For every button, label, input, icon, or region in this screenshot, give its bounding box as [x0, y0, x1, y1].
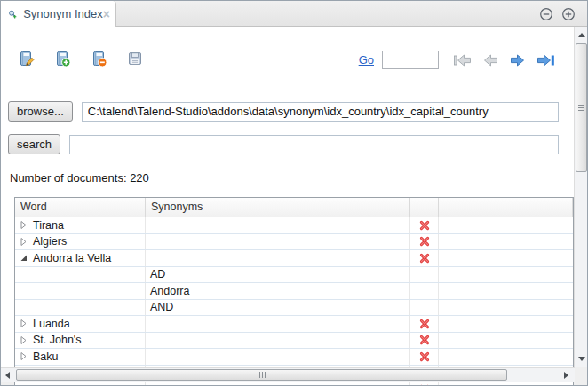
synonym-cell[interactable]: [146, 217, 410, 233]
search-input[interactable]: [69, 135, 559, 154]
synonym-cell[interactable]: [146, 316, 410, 332]
delete-row-icon[interactable]: [419, 319, 430, 329]
index-path-input[interactable]: [82, 102, 559, 122]
column-header-delete[interactable]: [410, 198, 439, 217]
extra-cell: [439, 267, 573, 283]
expand-collapsed-icon[interactable]: [20, 238, 28, 246]
delete-row-icon[interactable]: [419, 253, 430, 264]
last-page-icon[interactable]: [536, 54, 555, 67]
scroll-down-icon[interactable]: [578, 357, 585, 361]
first-page-icon[interactable]: [453, 54, 472, 67]
pager-buttons: [453, 54, 555, 67]
table-header: Word Synonyms: [15, 198, 573, 217]
delete-row-icon[interactable]: [419, 236, 430, 247]
synonym-cell[interactable]: Andorra: [146, 283, 410, 299]
extra-cell: [439, 217, 573, 233]
synonym-cell[interactable]: [146, 250, 410, 266]
synonym-cell[interactable]: AND: [146, 300, 410, 316]
table-row[interactable]: Baku: [15, 349, 573, 366]
word-cell[interactable]: Tirana: [15, 217, 146, 233]
word-cell[interactable]: Luanda: [15, 316, 146, 332]
go-link[interactable]: Go: [359, 53, 374, 67]
thumb-grip: [259, 372, 266, 378]
table-row[interactable]: Tirana: [15, 217, 573, 234]
synonym-index-icon: [8, 7, 17, 21]
word-cell[interactable]: [15, 283, 146, 299]
word-cell[interactable]: Baku: [15, 349, 146, 365]
delete-cell: [410, 267, 439, 283]
column-header-word[interactable]: Word: [15, 198, 146, 217]
extra-cell: [439, 316, 573, 332]
synonym-cell[interactable]: [146, 349, 410, 365]
browse-button[interactable]: browse...: [8, 101, 73, 122]
word-cell-text: Andorra la Vella: [33, 252, 111, 264]
synonym-cell[interactable]: AD: [146, 267, 410, 283]
scroll-right-icon[interactable]: [564, 372, 568, 379]
extra-cell: [439, 300, 573, 316]
view-controls: [539, 7, 576, 21]
search-button[interactable]: search: [8, 134, 60, 154]
save-icon[interactable]: [126, 50, 144, 67]
table-row[interactable]: Luanda: [15, 316, 573, 333]
table-row[interactable]: Andorra la Vella: [15, 250, 573, 267]
document-count: Number of documents: 220: [10, 171, 149, 185]
thumb-grip: [578, 105, 584, 112]
go-page-input[interactable]: [382, 51, 439, 69]
word-cell[interactable]: St. John's: [15, 333, 146, 349]
horizontal-scrollbar[interactable]: [1, 367, 575, 382]
delete-cell: [410, 316, 439, 332]
synonym-cell-text: Andorra: [150, 285, 189, 297]
synonym-table: Word Synonyms Tirana: [14, 197, 574, 386]
synonym-cell[interactable]: [146, 333, 410, 349]
delete-cell: [410, 250, 439, 266]
table-row[interactable]: AND: [15, 300, 573, 317]
table-row[interactable]: Andorra: [15, 283, 573, 300]
word-cell[interactable]: [15, 267, 146, 283]
minimize-view-icon[interactable]: [539, 7, 553, 21]
word-cell[interactable]: Algiers: [15, 234, 146, 250]
synonym-cell[interactable]: [146, 234, 410, 250]
pagination-area: Go: [359, 51, 555, 69]
scroll-up-icon[interactable]: [578, 33, 585, 37]
expand-collapsed-icon[interactable]: [20, 352, 28, 360]
word-cell-text: St. John's: [33, 334, 82, 346]
expand-expanded-icon[interactable]: [20, 254, 28, 262]
expand-collapsed-icon[interactable]: [20, 319, 28, 327]
table-row[interactable]: Algiers: [15, 234, 573, 251]
edit-index-icon[interactable]: [17, 50, 35, 67]
table-row[interactable]: AD: [15, 267, 573, 284]
vertical-scrollbar-thumb[interactable]: [576, 43, 587, 172]
document-count-label: Number of documents:: [10, 171, 127, 185]
maximize-view-icon[interactable]: [561, 7, 576, 21]
table-body: Tirana Algiers: [15, 217, 573, 386]
add-document-icon[interactable]: [53, 50, 71, 67]
synonym-index-editor: Synonym Index ×: [0, 0, 588, 386]
delete-row-icon[interactable]: [419, 335, 430, 345]
next-page-icon[interactable]: [510, 54, 525, 67]
delete-row-icon[interactable]: [419, 220, 430, 231]
extra-cell: [439, 283, 573, 299]
column-header-synonyms[interactable]: Synonyms: [146, 198, 410, 217]
tab-close-icon[interactable]: ×: [103, 8, 110, 20]
synonym-cell-text: AD: [150, 268, 165, 280]
toolbar: [17, 50, 144, 67]
delete-row-icon[interactable]: [419, 351, 430, 362]
column-header-extra: [439, 198, 573, 217]
scroll-left-icon[interactable]: [5, 372, 10, 379]
expand-collapsed-icon[interactable]: [20, 336, 28, 344]
vertical-scrollbar[interactable]: [574, 27, 588, 367]
delete-cell: [410, 300, 439, 316]
word-cell[interactable]: [15, 300, 146, 316]
previous-page-icon[interactable]: [483, 54, 498, 67]
expand-collapsed-icon[interactable]: [20, 221, 28, 229]
delete-cell: [410, 234, 439, 250]
word-cell[interactable]: Andorra la Vella: [15, 250, 146, 266]
word-cell-text: Tirana: [33, 219, 64, 232]
delete-cell: [410, 349, 439, 365]
table-row[interactable]: St. John's: [15, 333, 573, 350]
horizontal-scrollbar-thumb[interactable]: [16, 369, 507, 381]
remove-document-icon[interactable]: [90, 50, 107, 67]
tab-synonym-index[interactable]: Synonym Index ×: [1, 1, 116, 27]
extra-cell: [439, 250, 573, 266]
tab-title: Synonym Index: [23, 7, 103, 20]
